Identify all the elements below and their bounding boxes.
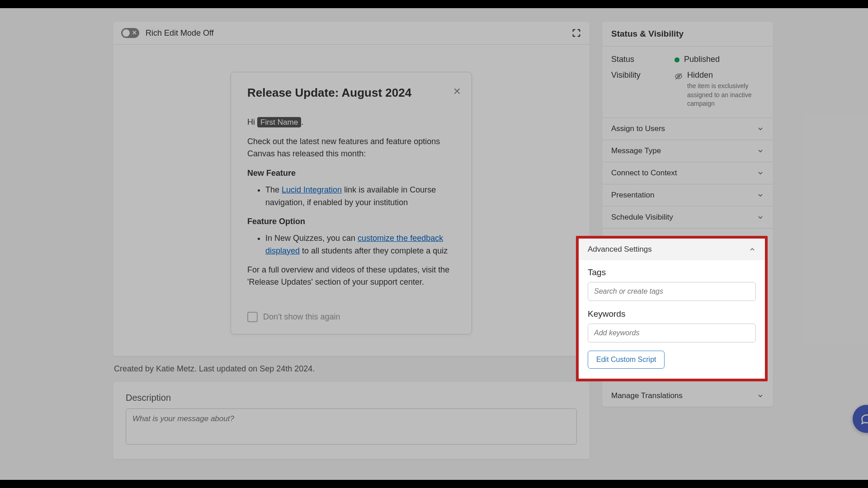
- chevron-down-icon: [757, 214, 764, 221]
- dont-show-checkbox[interactable]: [247, 312, 258, 322]
- advanced-settings-header[interactable]: Advanced Settings: [579, 239, 765, 260]
- close-icon[interactable]: ×: [453, 85, 461, 98]
- visibility-note: the item is exclusively assigned to an i…: [687, 82, 764, 108]
- editor-toolbar: ✕ Rich Edit Mode Off: [113, 22, 590, 45]
- visibility-label: Visibility: [611, 70, 675, 108]
- status-dot-icon: [675, 57, 679, 62]
- letterbox-bottom: [0, 480, 868, 488]
- expand-icon[interactable]: [571, 28, 581, 38]
- accordion-label: Connect to Context: [611, 169, 677, 178]
- toggle-off-icon: ✕: [132, 29, 137, 37]
- chevron-down-icon: [757, 192, 764, 199]
- tags-input[interactable]: [588, 282, 756, 301]
- option-post: to all students after they complete a qu…: [300, 246, 448, 255]
- keywords-input[interactable]: [588, 324, 756, 343]
- status-label: Status: [611, 55, 675, 64]
- help-bubble[interactable]: [853, 405, 868, 433]
- accordion-label: Schedule Visibility: [611, 213, 673, 222]
- tags-label: Tags: [588, 267, 756, 277]
- accordion-schedule-visibility[interactable]: Schedule Visibility: [602, 206, 773, 229]
- preview-closing: For a full overview and videos of these …: [247, 264, 455, 288]
- chevron-down-icon: [757, 169, 764, 177]
- message-preview-card: Release Update: August 2024 × Hi First N…: [231, 72, 472, 334]
- status-value: Published: [684, 55, 720, 64]
- status-row: Status Published: [611, 55, 764, 64]
- accordion-message-type[interactable]: Message Type: [602, 140, 773, 162]
- option-pre: In New Quizzes, you can: [265, 234, 358, 243]
- keywords-label: Keywords: [588, 309, 756, 319]
- option-bullet: In New Quizzes, you can customize the fe…: [265, 232, 455, 258]
- visibility-value: Hidden: [687, 70, 764, 80]
- edit-custom-script-button[interactable]: Edit Custom Script: [588, 351, 665, 369]
- first-name-token: First Name: [257, 117, 301, 127]
- chevron-down-icon: [757, 147, 764, 155]
- accordion-connect-context[interactable]: Connect to Context: [602, 162, 773, 184]
- lucid-integration-link[interactable]: Lucid Integration: [282, 185, 342, 194]
- letterbox-top: [0, 0, 868, 8]
- accordion-label: Manage Translations: [611, 391, 683, 400]
- accordion-label: Message Type: [611, 146, 661, 155]
- description-panel: Description: [113, 382, 590, 459]
- preview-greeting: Hi First Name.: [247, 116, 455, 128]
- advanced-settings-title: Advanced Settings: [588, 245, 652, 254]
- preview-title: Release Update: August 2024: [247, 86, 455, 100]
- accordion-presentation[interactable]: Presentation: [602, 184, 773, 206]
- dont-show-row: Don't show this again: [247, 312, 455, 322]
- feature-pre: The: [265, 185, 282, 194]
- rich-edit-toggle[interactable]: ✕: [121, 28, 139, 38]
- status-visibility-header: Status & Visibility: [602, 22, 773, 47]
- rich-edit-label: Rich Edit Mode Off: [146, 28, 214, 38]
- heading-new-feature: New Feature: [247, 167, 455, 179]
- description-label: Description: [126, 393, 577, 403]
- chevron-down-icon: [757, 125, 764, 132]
- visibility-row: Visibility Hidden the item is exclusivel…: [611, 70, 764, 108]
- greeting-dot: .: [301, 117, 303, 127]
- accordion-assign-users[interactable]: Assign to Users: [602, 118, 773, 140]
- accordion-manage-translations[interactable]: Manage Translations: [602, 385, 773, 407]
- option-list: In New Quizzes, you can customize the fe…: [265, 232, 455, 258]
- advanced-settings-highlight: Advanced Settings Tags Keywords Edit Cus…: [576, 236, 768, 381]
- accordion-label: Presentation: [611, 191, 654, 200]
- chevron-down-icon: [757, 392, 764, 399]
- greeting-hi: Hi: [247, 117, 257, 127]
- dont-show-label: Don't show this again: [263, 312, 340, 322]
- chevron-up-icon: [749, 246, 756, 253]
- accordion-label: Assign to Users: [611, 124, 665, 133]
- hidden-icon: [675, 72, 683, 80]
- preview-intro: Check out the latest new features and fe…: [247, 136, 455, 160]
- editor-panel: ✕ Rich Edit Mode Off Release Update: Aug…: [113, 22, 590, 356]
- feature-bullet: The Lucid Integration link is available …: [265, 184, 455, 209]
- meta-line: Created by Katie Metz. Last updated on S…: [114, 364, 590, 374]
- heading-feature-option: Feature Option: [247, 216, 455, 228]
- description-input[interactable]: [126, 408, 577, 445]
- feature-list: The Lucid Integration link is available …: [265, 184, 455, 209]
